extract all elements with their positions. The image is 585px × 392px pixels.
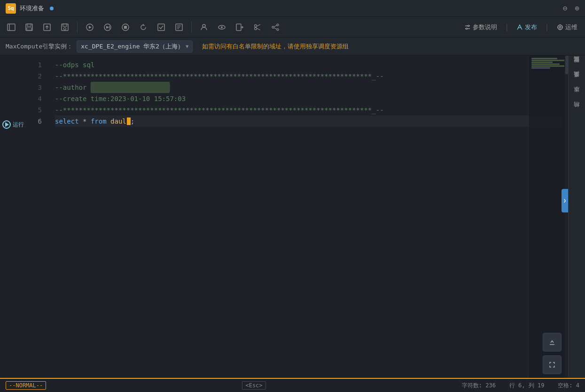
app-logo: Sq bbox=[6, 3, 16, 14]
status-bar: --NORMAL-- <Esc> 字符数: 236 行 6, 列 19 空格: … bbox=[0, 378, 585, 392]
line-number-5: 5 bbox=[26, 104, 49, 116]
sidebar-item-schedule[interactable]: 调度配置 bbox=[570, 59, 584, 74]
svg-rect-16 bbox=[124, 26, 127, 29]
svg-point-22 bbox=[203, 24, 205, 27]
title-bar: Sq 环境准备 ⊖ ⊕ bbox=[0, 0, 585, 17]
minimap-line-4 bbox=[531, 63, 560, 65]
code-line-1: --odps sql bbox=[55, 59, 562, 71]
separator-right-1: | bbox=[505, 23, 509, 31]
minimap-line-6 bbox=[531, 67, 550, 69]
refresh-button[interactable] bbox=[136, 20, 151, 35]
svg-rect-0 bbox=[8, 24, 15, 31]
play-from-button[interactable] bbox=[100, 20, 115, 35]
run-label: 运行 bbox=[13, 121, 24, 129]
svg-rect-4 bbox=[27, 28, 31, 30]
svg-line-34 bbox=[274, 25, 277, 27]
engine-bar: MaxCompute引擎实例： xc_DPE_E2_engine 华东2（上海）… bbox=[0, 38, 585, 55]
separator-1 bbox=[77, 22, 78, 33]
format-button[interactable] bbox=[172, 20, 187, 35]
warning-message: 如需访问有白名单限制的域址，请使用独享调度资源组 bbox=[202, 42, 349, 51]
svg-point-41 bbox=[466, 28, 467, 29]
float-panel-button[interactable]: ❯ bbox=[562, 189, 568, 212]
comment-2: --**************************************… bbox=[55, 71, 384, 82]
user-button[interactable] bbox=[196, 20, 211, 35]
play-triangle-icon bbox=[5, 122, 9, 127]
space-1 bbox=[79, 116, 83, 127]
code-line-5: --**************************************… bbox=[55, 104, 562, 116]
goto-top-button[interactable] bbox=[543, 333, 562, 352]
svg-rect-17 bbox=[158, 24, 164, 31]
keyword-from: from bbox=[91, 116, 107, 127]
svg-line-35 bbox=[274, 28, 277, 29]
right-sidebar: 调度配置 血缘关系 版本 结构 bbox=[568, 55, 585, 378]
engine-label: MaxCompute引擎实例： bbox=[6, 42, 73, 51]
code-editor[interactable]: --odps sql --***************************… bbox=[49, 55, 568, 378]
line-number-1: 1 bbox=[26, 59, 49, 71]
status-info: 字符数: 236 行 6, 列 19 空格: 4 bbox=[462, 382, 579, 390]
upload-button[interactable] bbox=[39, 20, 55, 35]
stop-button[interactable] bbox=[118, 20, 133, 35]
share-button[interactable] bbox=[268, 20, 283, 35]
comment-5: --**************************************… bbox=[55, 104, 384, 116]
sidebar-item-version[interactable]: 版本 bbox=[570, 89, 584, 104]
fullscreen-button[interactable] bbox=[543, 355, 562, 374]
check-button[interactable] bbox=[154, 20, 169, 35]
svg-line-30 bbox=[257, 28, 260, 30]
comment-3: --author bbox=[55, 82, 91, 93]
main-editor: 运行 1 2 3 4 5 6 --odps sql --************… bbox=[0, 55, 585, 378]
minimap-line-5 bbox=[531, 65, 567, 67]
line-number-4: 4 bbox=[26, 93, 49, 104]
toolbar: 参数说明 | 发布 | 运维 bbox=[0, 17, 585, 38]
export-button[interactable] bbox=[232, 20, 247, 35]
minimap-line-2 bbox=[531, 60, 567, 61]
svg-rect-25 bbox=[236, 24, 241, 31]
comment-4: --create time:2023-01-10 15:57:03 bbox=[55, 93, 186, 104]
esc-key-hint: <Esc> bbox=[242, 381, 265, 390]
svg-point-44 bbox=[559, 26, 561, 28]
toolbar-right: 参数说明 | 发布 | 运维 bbox=[460, 21, 581, 33]
run-gutter: 运行 bbox=[0, 55, 26, 378]
run-circle-icon bbox=[2, 120, 11, 129]
code-line-3: --author ████████████████████ bbox=[55, 82, 562, 93]
minimize-button[interactable]: ⊖ bbox=[563, 4, 568, 13]
chevron-down-icon: ▼ bbox=[186, 44, 188, 49]
code-line-4: --create time:2023-01-10 15:57:03 bbox=[55, 93, 562, 104]
window-title: 环境准备 bbox=[20, 4, 44, 13]
minimap-line-3 bbox=[531, 62, 553, 63]
publish-button[interactable]: 发布 bbox=[513, 21, 541, 33]
maximize-button[interactable]: ⊕ bbox=[575, 4, 579, 13]
ops-button[interactable]: 运维 bbox=[553, 21, 581, 33]
run-button[interactable]: 运行 bbox=[2, 120, 24, 129]
code-line-2: --**************************************… bbox=[55, 71, 562, 82]
engine-select[interactable]: xc_DPE_E2_engine 华东2（上海） ▼ bbox=[77, 40, 193, 53]
play-button[interactable] bbox=[82, 20, 97, 35]
line-number-6: 6 bbox=[26, 116, 49, 127]
scissors-button[interactable] bbox=[250, 20, 265, 35]
svg-point-28 bbox=[255, 27, 257, 30]
author-redacted: ████████████████████ bbox=[91, 82, 170, 93]
save-button[interactable] bbox=[22, 20, 37, 35]
svg-point-33 bbox=[277, 29, 279, 31]
keyword-select: select bbox=[55, 116, 79, 127]
cursor bbox=[127, 118, 131, 125]
svg-point-31 bbox=[277, 24, 279, 26]
line-number-3: 3 bbox=[26, 82, 49, 93]
sidebar-item-lineage[interactable]: 血缘关系 bbox=[570, 74, 584, 89]
space-3 bbox=[107, 116, 110, 127]
row-col: 行 6, 列 19 bbox=[509, 382, 548, 389]
svg-point-9 bbox=[64, 27, 66, 30]
svg-marker-13 bbox=[106, 26, 109, 29]
table-name: daul bbox=[110, 116, 126, 127]
params-label: 参数说明 bbox=[473, 23, 497, 31]
semicolon: ; bbox=[131, 116, 134, 127]
panel-toggle-button[interactable] bbox=[4, 20, 19, 35]
preview-button[interactable] bbox=[214, 20, 229, 35]
char-count: 字符数: 236 bbox=[462, 382, 496, 389]
params-button[interactable]: 参数说明 bbox=[460, 21, 501, 33]
code-line-6: select * from daul ; bbox=[55, 116, 562, 127]
line-number-2: 2 bbox=[26, 71, 49, 82]
save-alt-button[interactable] bbox=[57, 20, 72, 35]
minimap bbox=[528, 55, 568, 378]
sidebar-item-structure[interactable]: 结构 bbox=[570, 104, 584, 119]
engine-value: xc_DPE_E2_engine 华东2（上海） bbox=[81, 42, 184, 51]
